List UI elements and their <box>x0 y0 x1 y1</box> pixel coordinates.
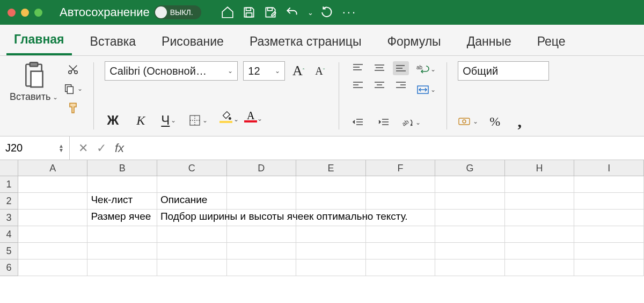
font-name-combo[interactable]: Calibri (Основной… ⌄ <box>105 61 238 81</box>
row-header[interactable]: 5 <box>0 243 18 259</box>
cell[interactable] <box>505 176 575 193</box>
cell[interactable] <box>435 193 505 210</box>
tab-review[interactable]: Реце <box>530 29 573 55</box>
paste-button[interactable]: Вставить ⌄ <box>10 61 58 103</box>
cell[interactable] <box>366 210 436 226</box>
number-format-combo[interactable]: Общий <box>458 61 549 81</box>
bold-button[interactable]: Ж <box>105 113 121 128</box>
align-bottom-button[interactable] <box>393 61 409 75</box>
cell[interactable] <box>157 176 227 193</box>
cell[interactable] <box>505 243 575 259</box>
col-header[interactable]: B <box>87 160 157 176</box>
cell[interactable] <box>435 243 505 259</box>
cell[interactable] <box>435 210 505 226</box>
cell[interactable] <box>366 193 436 210</box>
cell[interactable] <box>87 226 157 243</box>
cell[interactable] <box>227 226 297 243</box>
cell[interactable] <box>296 176 366 193</box>
col-header[interactable]: H <box>505 160 575 176</box>
more-icon[interactable]: ··· <box>342 5 357 19</box>
copy-button[interactable]: ⌄ <box>63 81 83 97</box>
col-header[interactable]: C <box>157 160 227 176</box>
cell[interactable] <box>435 259 505 276</box>
cell[interactable] <box>505 259 575 276</box>
cell[interactable] <box>574 243 644 259</box>
cell[interactable] <box>18 210 88 226</box>
cell[interactable] <box>574 226 644 243</box>
cell[interactable] <box>18 243 88 259</box>
cell[interactable] <box>574 210 644 226</box>
orientation-button[interactable]: ab ⌄ <box>401 114 421 131</box>
cell[interactable] <box>435 176 505 193</box>
merge-cells-button[interactable]: ⌄ <box>416 82 436 98</box>
cell[interactable] <box>227 193 297 210</box>
percent-button[interactable]: % <box>487 114 503 129</box>
align-left-button[interactable] <box>350 78 366 92</box>
tab-data[interactable]: Данные <box>459 29 519 55</box>
increase-font-button[interactable]: Aˆ <box>290 63 306 79</box>
autosave-toggle[interactable]: ВЫКЛ. <box>154 5 201 19</box>
name-box[interactable]: J20 ▲▼ <box>0 136 70 160</box>
font-color-button[interactable]: A ⌄ <box>244 111 257 130</box>
undo-icon[interactable] <box>285 5 299 19</box>
maximize-window-button[interactable] <box>34 9 42 17</box>
cell[interactable]: Подбор ширины и высоты ячеек оптимально … <box>157 210 227 226</box>
cell[interactable]: Чек-лист <box>87 193 157 210</box>
formula-input[interactable] <box>133 136 644 160</box>
tab-formulas[interactable]: Формулы <box>380 29 449 55</box>
cell[interactable] <box>18 226 88 243</box>
italic-button[interactable]: К <box>133 113 149 128</box>
accept-formula-button[interactable]: ✓ <box>97 141 106 155</box>
underline-button[interactable]: Ч ⌄ <box>160 113 177 128</box>
close-window-button[interactable] <box>8 9 16 17</box>
cancel-formula-button[interactable]: ✕ <box>78 141 88 155</box>
home-icon[interactable] <box>221 5 235 19</box>
cut-button[interactable] <box>63 61 83 77</box>
cell[interactable] <box>505 210 575 226</box>
cell[interactable] <box>296 210 366 226</box>
cell[interactable] <box>296 226 366 243</box>
decrease-indent-button[interactable] <box>350 114 366 131</box>
cell[interactable] <box>157 259 227 276</box>
cell[interactable] <box>18 176 88 193</box>
tab-page-layout[interactable]: Разметка страницы <box>242 29 369 55</box>
tab-home[interactable]: Главная <box>6 27 72 55</box>
cell[interactable] <box>296 193 366 210</box>
wrap-text-button[interactable]: ab ⌄ <box>416 61 436 77</box>
tab-draw[interactable]: Рисование <box>154 29 231 55</box>
cell[interactable] <box>87 259 157 276</box>
cell[interactable] <box>574 193 644 210</box>
row-header[interactable]: 1 <box>0 176 18 193</box>
decrease-font-button[interactable]: Aˇ <box>312 65 328 77</box>
row-header[interactable]: 4 <box>0 226 18 243</box>
col-header[interactable]: G <box>435 160 505 176</box>
col-header[interactable]: A <box>18 160 88 176</box>
fill-color-button[interactable]: ⌄ <box>219 110 232 131</box>
row-header[interactable]: 6 <box>0 259 18 276</box>
cell[interactable] <box>574 259 644 276</box>
cell[interactable] <box>505 226 575 243</box>
cell[interactable] <box>157 226 227 243</box>
cell[interactable] <box>18 259 88 276</box>
select-all-corner[interactable] <box>0 160 18 176</box>
cell[interactable] <box>227 176 297 193</box>
cell[interactable]: Размер ячее <box>87 210 157 226</box>
cell[interactable] <box>366 226 436 243</box>
col-header[interactable]: F <box>366 160 436 176</box>
cell[interactable] <box>227 210 297 226</box>
currency-button[interactable]: ⌄ <box>458 113 478 129</box>
align-top-button[interactable] <box>350 61 366 75</box>
increase-indent-button[interactable] <box>376 114 392 131</box>
cell[interactable] <box>157 243 227 259</box>
cell[interactable] <box>435 226 505 243</box>
align-middle-button[interactable] <box>371 61 387 75</box>
undo-dropdown-icon[interactable]: ⌄ <box>308 9 313 17</box>
col-header[interactable]: D <box>227 160 297 176</box>
cell[interactable] <box>227 259 297 276</box>
redo-icon[interactable] <box>321 5 335 19</box>
cell[interactable] <box>366 259 436 276</box>
format-painter-button[interactable] <box>63 100 83 116</box>
spreadsheet-grid[interactable]: A B C D E F G H I 1 2 Чек-лист Описание … <box>0 160 644 276</box>
save-icon[interactable] <box>242 5 256 19</box>
borders-button[interactable]: ⌄ <box>188 112 208 128</box>
